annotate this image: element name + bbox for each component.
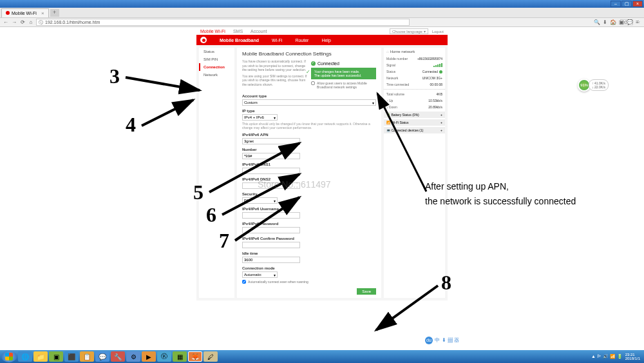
close-button[interactable]: × bbox=[632, 1, 643, 7]
back-button[interactable]: ← bbox=[3, 19, 9, 26]
menu-icon[interactable]: ≡ bbox=[636, 19, 639, 25]
connected-devices-section[interactable]: 💻 Connected devices (1)+ bbox=[384, 127, 445, 133]
app-tabs: Mobile Wi-Fi SMS Account Choose language… bbox=[196, 27, 448, 35]
taskbar-app1-icon[interactable]: ▣ bbox=[49, 351, 63, 362]
browser-tab-bar: Mobile Wi-Fi × + bbox=[0, 8, 644, 18]
nav-mobile-broadband[interactable]: Mobile Broadband bbox=[220, 38, 259, 43]
info-icon: ⓘ bbox=[39, 19, 43, 26]
sidebar-item-connection[interactable]: Connection bbox=[199, 63, 234, 71]
input-idle-time[interactable] bbox=[242, 257, 300, 263]
select-account-type[interactable]: Custom▾ bbox=[242, 99, 376, 106]
minimize-button[interactable]: – bbox=[611, 1, 621, 7]
label-connection-mode: Connection mode bbox=[242, 266, 376, 270]
svg-line-2 bbox=[142, 100, 193, 126]
input-dns1[interactable] bbox=[242, 168, 300, 174]
desc-text-2: You are using your SIM settings to conne… bbox=[242, 74, 307, 87]
maximize-button[interactable]: ▢ bbox=[621, 1, 632, 7]
page-content: Mobile Wi-Fi SMS Account Choose language… bbox=[196, 27, 448, 300]
sidebar-item-network[interactable]: Network bbox=[199, 71, 234, 79]
ime-tools[interactable]: ⬇ ▦ 器 bbox=[442, 337, 459, 344]
success-message: Your changes have been made. The update … bbox=[311, 68, 376, 79]
roaming-checkbox[interactable]: Automatically connect even when roaming bbox=[242, 280, 376, 284]
save-button[interactable]: Save bbox=[357, 288, 376, 295]
widget-stats: ↑ 41.0K/s ↓ 22.0K/s bbox=[589, 79, 609, 91]
taskbar-app10-icon[interactable]: 🖊 bbox=[204, 351, 218, 362]
reload-button[interactable]: ⟳ bbox=[19, 19, 26, 26]
tab-sms[interactable]: SMS bbox=[233, 29, 243, 34]
home-toolbar-icon[interactable]: 🏠 bbox=[610, 19, 616, 25]
svg-line-1 bbox=[126, 77, 200, 90]
taskbar-app2-icon[interactable]: ⬛ bbox=[64, 351, 79, 362]
select-security[interactable]: PAP▾ bbox=[242, 197, 278, 204]
signal-bars-icon bbox=[433, 63, 442, 67]
taskbar-explorer-icon[interactable]: 📁 bbox=[33, 351, 48, 362]
tab-mobile-wifi[interactable]: Mobile Wi-Fi bbox=[200, 29, 225, 34]
annotation-7: 7 bbox=[219, 229, 229, 253]
battery-section[interactable]: 🔋 Battery Status (0%)+ bbox=[384, 112, 445, 118]
new-tab-button[interactable]: + bbox=[50, 9, 59, 17]
nav-wifi[interactable]: Wi-Fi bbox=[272, 38, 282, 43]
home-button[interactable]: ⌂ bbox=[28, 19, 34, 26]
sidebar-item-status[interactable]: Status bbox=[199, 48, 234, 55]
sidebar: Status SIM PIN Connection Network bbox=[199, 48, 234, 298]
nav-router[interactable]: Router bbox=[295, 38, 308, 43]
language-select[interactable]: Choose language ▾ bbox=[390, 28, 428, 34]
ip-type-hint: This option should only be changed if yo… bbox=[242, 122, 376, 130]
start-button[interactable] bbox=[1, 351, 17, 362]
settings-form: Mobile Broadband Connection Settings You… bbox=[237, 48, 381, 298]
taskbar-app3-icon[interactable]: 📋 bbox=[80, 351, 94, 362]
wifi-status-section[interactable]: 📶 Wi-Fi Status+ bbox=[384, 119, 445, 126]
nav-help[interactable]: Help bbox=[321, 38, 330, 43]
home-network-icon: ⌂ bbox=[386, 50, 389, 54]
label-idle-time: Idle time bbox=[242, 251, 376, 255]
annotation-4: 4 bbox=[126, 113, 136, 137]
tab-account[interactable]: Account bbox=[251, 29, 267, 34]
library-icon[interactable]: ▣ bbox=[619, 19, 624, 25]
tray-date[interactable]: 2018/1/1 bbox=[625, 357, 640, 360]
taskbar-ie-icon[interactable]: 🌐 bbox=[18, 351, 32, 362]
panel-header: ⌂ Home network bbox=[384, 48, 445, 55]
select-connection-mode[interactable]: Automatic▾ bbox=[242, 271, 278, 278]
url-text: 192.168.0.1/html/home.htm bbox=[45, 20, 100, 25]
select-ip-type[interactable]: IPv4 + IPv6▾ bbox=[242, 114, 278, 121]
download-icon[interactable]: ⬇ bbox=[603, 19, 607, 25]
input-apn[interactable] bbox=[242, 138, 300, 144]
input-number[interactable] bbox=[242, 153, 300, 159]
browser-tab[interactable]: Mobile Wi-Fi × bbox=[1, 8, 49, 17]
label-password: IPv4/IPv6 Password bbox=[242, 222, 376, 226]
annotation-text-2: the network is successfully connected bbox=[425, 196, 576, 206]
label-security: Security bbox=[242, 192, 376, 196]
tab-title: Mobile Wi-Fi bbox=[12, 11, 37, 15]
ime-lang-badge[interactable]: 中 bbox=[435, 337, 440, 344]
annotation-8: 8 bbox=[441, 271, 451, 295]
chat-icon[interactable]: 💬 bbox=[627, 19, 633, 25]
tray-icons[interactable]: ▲ 🏳 🔊 📶 🔋 bbox=[591, 354, 623, 359]
watermark: Store No.: 611497 bbox=[258, 179, 331, 190]
search-icon[interactable]: 🔍 bbox=[594, 19, 600, 25]
label-username: IPv4/IPv6 Username bbox=[242, 207, 376, 211]
forward-button[interactable]: → bbox=[11, 19, 17, 26]
connected-dot-icon bbox=[439, 70, 442, 74]
network-monitor-widget[interactable]: 91% ↑ 41.0K/s ↓ 22.0K/s bbox=[578, 79, 609, 92]
baidu-ime-icon[interactable]: du bbox=[425, 337, 433, 344]
taskbar-app7-icon[interactable]: ▶ bbox=[142, 351, 156, 362]
taskbar-firefox-icon[interactable]: 🦊 bbox=[188, 351, 202, 362]
taskbar-app5-icon[interactable]: 🔧 bbox=[111, 351, 125, 362]
guest-access-checkbox[interactable]: Allow guest users to access Mobile Broad… bbox=[311, 81, 376, 89]
logout-link[interactable]: Logout bbox=[432, 30, 444, 34]
tab-close-icon[interactable]: × bbox=[41, 10, 44, 16]
label-dns1: IPv4/IPv6 DNS1 bbox=[242, 162, 376, 166]
taskbar-app8-icon[interactable]: Ⓚ bbox=[157, 351, 171, 362]
taskbar-app4-icon[interactable]: 💬 bbox=[95, 351, 109, 362]
ime-toolbar[interactable]: du 中 ⬇ ▦ 器 bbox=[425, 337, 459, 344]
input-username[interactable] bbox=[242, 212, 300, 219]
connection-status: Connected bbox=[311, 61, 376, 66]
taskbar-app6-icon[interactable]: ⚙ bbox=[126, 351, 140, 362]
url-input[interactable]: ⓘ 192.168.0.1/html/home.htm bbox=[36, 19, 410, 26]
taskbar-app9-icon[interactable]: ▦ bbox=[173, 351, 187, 362]
sidebar-item-simpin[interactable]: SIM PIN bbox=[199, 55, 234, 63]
annotation-5: 5 bbox=[193, 181, 204, 204]
url-toolbar: ← → ⟳ ⌂ ⓘ 192.168.0.1/html/home.htm 📖 80… bbox=[0, 18, 644, 27]
input-password[interactable] bbox=[242, 227, 300, 233]
input-confirm-password[interactable] bbox=[242, 242, 300, 248]
